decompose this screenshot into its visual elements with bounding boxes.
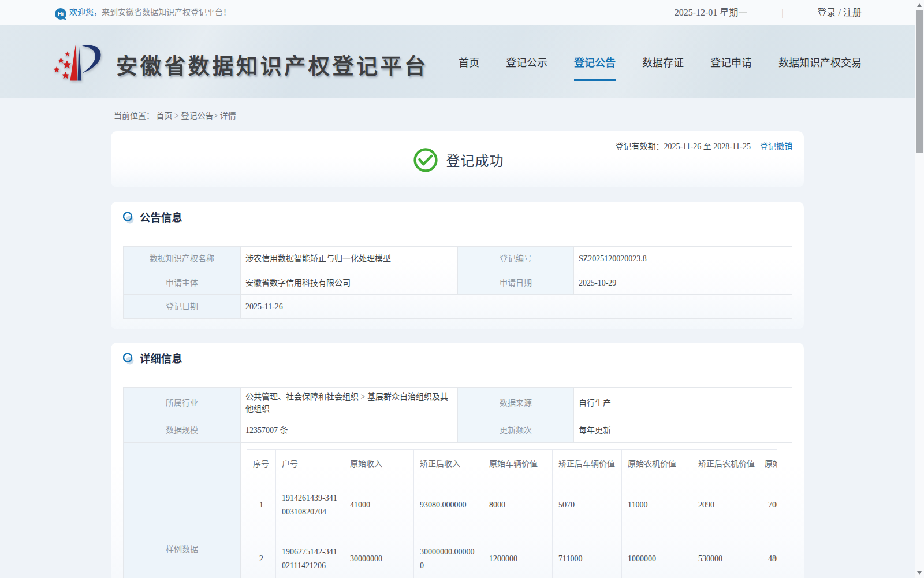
svg-text:Hi: Hi bbox=[58, 10, 64, 17]
